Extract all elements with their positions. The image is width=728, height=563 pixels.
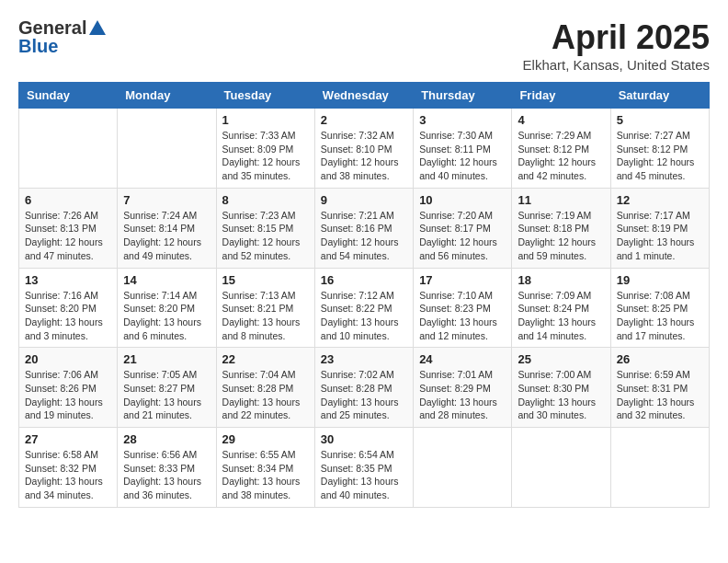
- calendar-cell: 2Sunrise: 7:32 AM Sunset: 8:10 PM Daylig…: [314, 109, 413, 189]
- day-info: Sunrise: 6:56 AM Sunset: 8:33 PM Dayligh…: [123, 448, 210, 502]
- day-info: Sunrise: 6:59 AM Sunset: 8:31 PM Dayligh…: [617, 368, 703, 422]
- day-number: 22: [222, 352, 309, 366]
- calendar-cell: 22Sunrise: 7:04 AM Sunset: 8:28 PM Dayli…: [216, 348, 314, 428]
- day-info: Sunrise: 7:08 AM Sunset: 8:25 PM Dayligh…: [617, 289, 703, 343]
- calendar-cell: 30Sunrise: 6:54 AM Sunset: 8:35 PM Dayli…: [314, 428, 413, 508]
- day-info: Sunrise: 7:09 AM Sunset: 8:24 PM Dayligh…: [518, 289, 604, 343]
- day-number: 9: [321, 193, 407, 207]
- day-info: Sunrise: 7:02 AM Sunset: 8:28 PM Dayligh…: [321, 368, 407, 422]
- calendar-title: April 2025: [523, 18, 710, 57]
- weekday-header-monday: Monday: [118, 83, 216, 109]
- day-number: 4: [518, 113, 604, 127]
- day-number: 7: [123, 193, 210, 207]
- day-number: 13: [25, 273, 111, 287]
- calendar-cell: 3Sunrise: 7:30 AM Sunset: 8:11 PM Daylig…: [414, 109, 512, 189]
- weekday-header-wednesday: Wednesday: [314, 83, 413, 109]
- calendar-cell: 26Sunrise: 6:59 AM Sunset: 8:31 PM Dayli…: [610, 348, 709, 428]
- day-info: Sunrise: 6:55 AM Sunset: 8:34 PM Dayligh…: [222, 448, 309, 502]
- calendar-cell: 4Sunrise: 7:29 AM Sunset: 8:12 PM Daylig…: [512, 109, 610, 189]
- weekday-header-row: SundayMondayTuesdayWednesdayThursdayFrid…: [19, 83, 710, 109]
- calendar-cell: [610, 428, 709, 508]
- day-number: 28: [123, 432, 210, 446]
- day-number: 12: [617, 193, 703, 207]
- day-number: 17: [419, 273, 506, 287]
- calendar-cell: 8Sunrise: 7:23 AM Sunset: 8:15 PM Daylig…: [216, 188, 314, 268]
- weekday-header-sunday: Sunday: [19, 83, 118, 109]
- day-info: Sunrise: 7:32 AM Sunset: 8:10 PM Dayligh…: [321, 129, 407, 183]
- calendar-cell: 19Sunrise: 7:08 AM Sunset: 8:25 PM Dayli…: [610, 268, 709, 348]
- day-number: 10: [419, 193, 506, 207]
- day-number: 3: [419, 113, 506, 127]
- day-info: Sunrise: 7:06 AM Sunset: 8:26 PM Dayligh…: [25, 368, 111, 422]
- calendar-cell: [414, 428, 512, 508]
- logo-triangle-icon: [89, 20, 106, 35]
- day-info: Sunrise: 7:33 AM Sunset: 8:09 PM Dayligh…: [222, 129, 309, 183]
- calendar-cell: 25Sunrise: 7:00 AM Sunset: 8:30 PM Dayli…: [512, 348, 610, 428]
- day-number: 23: [321, 352, 407, 366]
- day-number: 24: [419, 352, 506, 366]
- day-number: 1: [222, 113, 309, 127]
- day-number: 14: [123, 273, 210, 287]
- day-info: Sunrise: 7:01 AM Sunset: 8:29 PM Dayligh…: [419, 368, 506, 422]
- calendar-cell: 10Sunrise: 7:20 AM Sunset: 8:17 PM Dayli…: [414, 188, 512, 268]
- day-number: 2: [321, 113, 407, 127]
- calendar-cell: 6Sunrise: 7:26 AM Sunset: 8:13 PM Daylig…: [19, 188, 118, 268]
- calendar-cell: 29Sunrise: 6:55 AM Sunset: 8:34 PM Dayli…: [216, 428, 314, 508]
- calendar-cell: [118, 109, 216, 189]
- logo-general-text: General: [18, 18, 86, 37]
- day-number: 30: [321, 432, 407, 446]
- weekday-header-saturday: Saturday: [610, 83, 709, 109]
- calendar-table: SundayMondayTuesdayWednesdayThursdayFrid…: [18, 82, 710, 508]
- day-number: 6: [25, 193, 111, 207]
- day-info: Sunrise: 7:20 AM Sunset: 8:17 PM Dayligh…: [419, 209, 506, 263]
- calendar-cell: 16Sunrise: 7:12 AM Sunset: 8:22 PM Dayli…: [314, 268, 413, 348]
- calendar-week-row: 20Sunrise: 7:06 AM Sunset: 8:26 PM Dayli…: [19, 348, 710, 428]
- calendar-cell: 28Sunrise: 6:56 AM Sunset: 8:33 PM Dayli…: [118, 428, 216, 508]
- calendar-cell: [19, 109, 118, 189]
- day-info: Sunrise: 7:24 AM Sunset: 8:14 PM Dayligh…: [123, 209, 210, 263]
- day-info: Sunrise: 7:13 AM Sunset: 8:21 PM Dayligh…: [222, 289, 309, 343]
- calendar-cell: 9Sunrise: 7:21 AM Sunset: 8:16 PM Daylig…: [314, 188, 413, 268]
- day-number: 27: [25, 432, 111, 446]
- logo-blue-text: Blue: [18, 37, 106, 55]
- day-number: 25: [518, 352, 604, 366]
- header: General Blue April 2025 Elkhart, Kansas,…: [18, 18, 710, 73]
- calendar-cell: 24Sunrise: 7:01 AM Sunset: 8:29 PM Dayli…: [414, 348, 512, 428]
- day-number: 21: [123, 352, 210, 366]
- day-number: 15: [222, 273, 309, 287]
- calendar-cell: 1Sunrise: 7:33 AM Sunset: 8:09 PM Daylig…: [216, 109, 314, 189]
- day-info: Sunrise: 7:10 AM Sunset: 8:23 PM Dayligh…: [419, 289, 506, 343]
- day-number: 5: [617, 113, 703, 127]
- day-info: Sunrise: 7:17 AM Sunset: 8:19 PM Dayligh…: [617, 209, 703, 263]
- calendar-cell: 21Sunrise: 7:05 AM Sunset: 8:27 PM Dayli…: [118, 348, 216, 428]
- day-info: Sunrise: 7:29 AM Sunset: 8:12 PM Dayligh…: [518, 129, 604, 183]
- day-number: 29: [222, 432, 309, 446]
- day-info: Sunrise: 7:19 AM Sunset: 8:18 PM Dayligh…: [518, 209, 604, 263]
- calendar-cell: 12Sunrise: 7:17 AM Sunset: 8:19 PM Dayli…: [610, 188, 709, 268]
- day-info: Sunrise: 7:00 AM Sunset: 8:30 PM Dayligh…: [518, 368, 604, 422]
- calendar-cell: [512, 428, 610, 508]
- title-area: April 2025 Elkhart, Kansas, United State…: [523, 18, 710, 73]
- calendar-cell: 7Sunrise: 7:24 AM Sunset: 8:14 PM Daylig…: [118, 188, 216, 268]
- calendar-cell: 20Sunrise: 7:06 AM Sunset: 8:26 PM Dayli…: [19, 348, 118, 428]
- day-info: Sunrise: 7:04 AM Sunset: 8:28 PM Dayligh…: [222, 368, 309, 422]
- calendar-cell: 13Sunrise: 7:16 AM Sunset: 8:20 PM Dayli…: [19, 268, 118, 348]
- calendar-cell: 23Sunrise: 7:02 AM Sunset: 8:28 PM Dayli…: [314, 348, 413, 428]
- day-number: 11: [518, 193, 604, 207]
- day-number: 20: [25, 352, 111, 366]
- calendar-week-row: 13Sunrise: 7:16 AM Sunset: 8:20 PM Dayli…: [19, 268, 710, 348]
- weekday-header-thursday: Thursday: [414, 83, 512, 109]
- day-info: Sunrise: 7:30 AM Sunset: 8:11 PM Dayligh…: [419, 129, 506, 183]
- day-info: Sunrise: 7:05 AM Sunset: 8:27 PM Dayligh…: [123, 368, 210, 422]
- calendar-cell: 17Sunrise: 7:10 AM Sunset: 8:23 PM Dayli…: [414, 268, 512, 348]
- calendar-week-row: 27Sunrise: 6:58 AM Sunset: 8:32 PM Dayli…: [19, 428, 710, 508]
- day-info: Sunrise: 7:23 AM Sunset: 8:15 PM Dayligh…: [222, 209, 309, 263]
- day-info: Sunrise: 6:54 AM Sunset: 8:35 PM Dayligh…: [321, 448, 407, 502]
- calendar-cell: 15Sunrise: 7:13 AM Sunset: 8:21 PM Dayli…: [216, 268, 314, 348]
- day-number: 26: [617, 352, 703, 366]
- calendar-cell: 18Sunrise: 7:09 AM Sunset: 8:24 PM Dayli…: [512, 268, 610, 348]
- calendar-week-row: 1Sunrise: 7:33 AM Sunset: 8:09 PM Daylig…: [19, 109, 710, 189]
- calendar-subtitle: Elkhart, Kansas, United States: [523, 57, 710, 73]
- day-info: Sunrise: 7:12 AM Sunset: 8:22 PM Dayligh…: [321, 289, 407, 343]
- calendar-cell: 11Sunrise: 7:19 AM Sunset: 8:18 PM Dayli…: [512, 188, 610, 268]
